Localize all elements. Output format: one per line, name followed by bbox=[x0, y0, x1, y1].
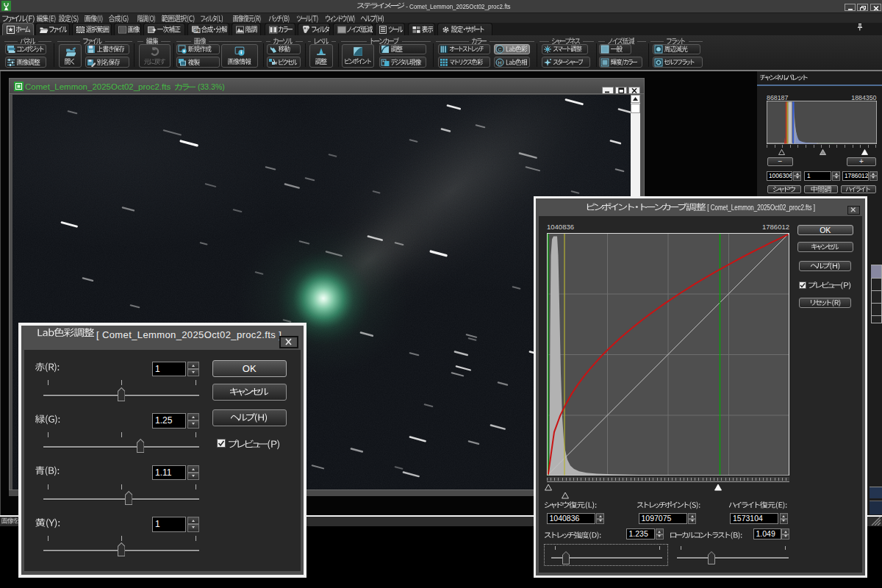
svg-text:G: G bbox=[195, 29, 198, 33]
svg-text:H: H bbox=[498, 60, 502, 65]
svg-text:C: C bbox=[498, 47, 502, 52]
